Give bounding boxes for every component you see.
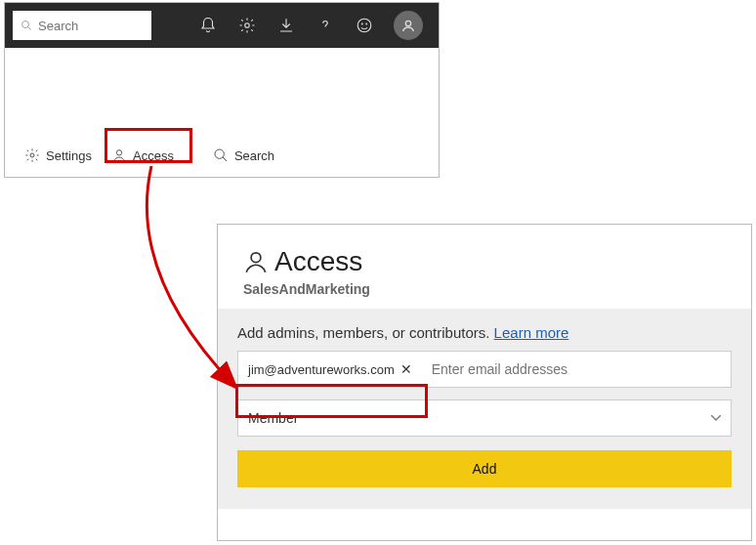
notifications-icon[interactable]	[198, 16, 218, 35]
search-label: Search	[234, 148, 274, 163]
svg-point-6	[405, 21, 410, 25]
svg-line-1	[28, 27, 31, 30]
workspace-name: SalesAndMarketing	[243, 281, 726, 297]
svg-point-2	[245, 23, 250, 28]
panel-header: Access SalesAndMarketing	[218, 225, 751, 309]
access-panel: Access SalesAndMarketing Add admins, mem…	[217, 224, 752, 541]
panel-title-text: Access	[274, 246, 362, 277]
svg-point-9	[215, 149, 224, 158]
help-icon[interactable]	[315, 16, 335, 35]
person-icon	[111, 147, 127, 163]
access-button[interactable]: Access	[102, 144, 184, 167]
settings-gear-icon[interactable]	[237, 16, 257, 35]
settings-button[interactable]: Settings	[15, 144, 102, 167]
gear-icon	[24, 147, 40, 163]
svg-point-11	[251, 253, 261, 263]
panel-title: Access	[243, 246, 726, 277]
person-icon	[243, 249, 269, 274]
add-button[interactable]: Add	[237, 450, 732, 487]
svg-point-8	[116, 150, 121, 155]
workspace-toolbar: Settings Access Search	[5, 134, 439, 177]
svg-point-3	[357, 19, 371, 32]
svg-point-4	[361, 23, 362, 24]
settings-label: Settings	[46, 148, 92, 163]
download-icon[interactable]	[276, 16, 296, 35]
svg-line-10	[223, 157, 227, 161]
global-search[interactable]	[13, 11, 151, 40]
top-bar	[5, 3, 439, 48]
email-field[interactable]: jim@adventureworks.com ✕	[237, 351, 732, 388]
email-chip: jim@adventureworks.com ✕	[242, 357, 418, 381]
email-input[interactable]	[424, 361, 727, 377]
access-label: Access	[133, 148, 174, 163]
instruction-text: Add admins, members, or contributors. Le…	[237, 324, 732, 341]
search-icon	[213, 147, 229, 163]
remove-chip-icon[interactable]: ✕	[400, 361, 412, 377]
user-avatar[interactable]	[394, 11, 423, 40]
svg-point-7	[30, 153, 34, 157]
search-button[interactable]: Search	[203, 144, 284, 167]
top-right-icons	[198, 11, 431, 40]
instruction-label: Add admins, members, or contributors.	[237, 324, 489, 341]
feedback-icon[interactable]	[355, 16, 374, 35]
panel-body: Add admins, members, or contributors. Le…	[218, 309, 751, 509]
svg-point-5	[366, 23, 367, 24]
chip-text: jim@adventureworks.com	[248, 362, 395, 377]
search-icon	[21, 19, 32, 32]
learn-more-link[interactable]: Learn more	[494, 324, 569, 341]
role-select[interactable]: Member	[237, 399, 732, 437]
search-input[interactable]	[38, 19, 144, 33]
svg-point-0	[22, 21, 29, 28]
top-window: Settings Access Search	[4, 2, 440, 178]
